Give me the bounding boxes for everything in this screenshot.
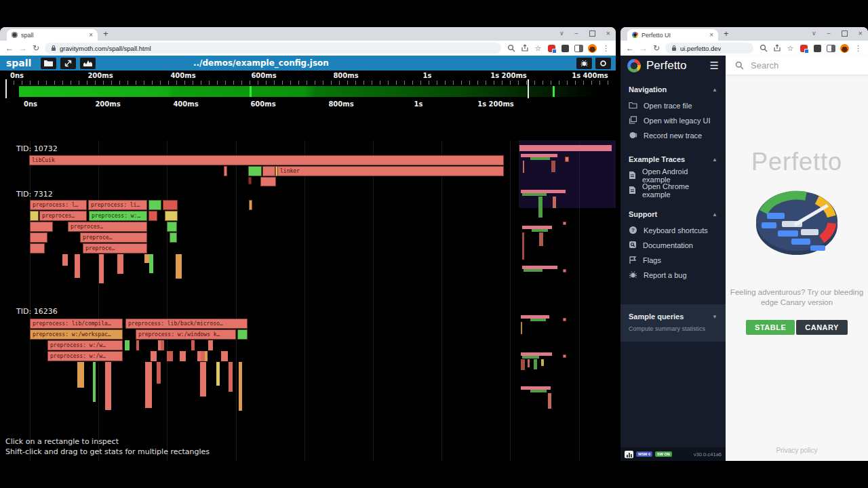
mini-span-bar[interactable]	[519, 145, 612, 151]
search-bar[interactable]: Search	[726, 56, 868, 75]
flame-bar[interactable]	[239, 362, 242, 411]
open-file-button[interactable]	[41, 58, 56, 69]
flame-bar[interactable]	[30, 211, 39, 221]
close-button[interactable]: ×	[859, 29, 863, 37]
flame-bar[interactable]	[149, 211, 157, 221]
flame-bar[interactable]: preprocess: w:/w…	[47, 351, 123, 361]
flame-bar[interactable]	[229, 362, 233, 392]
flame-bar[interactable]	[151, 351, 157, 361]
flame-bar[interactable]	[248, 177, 252, 184]
flame-bar[interactable]	[523, 161, 524, 173]
flame-bar[interactable]	[563, 318, 566, 321]
flame-bar[interactable]: preprocess: l…	[30, 200, 87, 210]
timeline-minimap[interactable]: 0ns200ms400ms600ms800ms1s1s 200ms1s 400m…	[0, 70, 616, 98]
flame-bar[interactable]	[260, 177, 276, 186]
flame-bar[interactable]	[522, 232, 524, 260]
tab-close-icon[interactable]: ×	[89, 32, 93, 39]
flame-bar[interactable]	[105, 362, 111, 410]
flame-bar[interactable]	[149, 200, 161, 210]
flame-bar[interactable]	[541, 359, 544, 366]
flame-bar[interactable]	[528, 359, 530, 367]
reload-icon[interactable]: ↻	[653, 44, 660, 52]
back-icon[interactable]: ←	[626, 44, 634, 52]
flame-bar[interactable]	[191, 340, 195, 350]
extension-dark-icon[interactable]	[561, 44, 570, 53]
flame-bar[interactable]: preprocess: lib/back/microso…	[125, 319, 248, 329]
stats-button[interactable]	[80, 58, 96, 69]
flame-bar[interactable]	[99, 254, 104, 283]
reload-icon[interactable]: ↻	[33, 44, 39, 52]
browser-tab-perfetto[interactable]: Perfetto UI ×	[627, 29, 718, 41]
flame-bar[interactable]	[167, 351, 173, 361]
flame-bar[interactable]	[77, 362, 84, 388]
bookmark-star-icon[interactable]: ☆	[534, 44, 542, 53]
bookmark-star-icon[interactable]: ☆	[786, 44, 795, 53]
flame-bar[interactable]	[145, 362, 152, 408]
minimap-cursor-line[interactable]	[5, 79, 7, 99]
flame-bar[interactable]	[117, 254, 123, 274]
flame-bar[interactable]	[565, 157, 569, 162]
sidebar-section-title[interactable]: Support▲	[629, 210, 717, 218]
flame-bar[interactable]	[144, 254, 149, 263]
flame-bar[interactable]	[521, 322, 522, 334]
sidebar-item-flags[interactable]: Flags	[629, 253, 717, 268]
sidebar-item-open-with-legacy-ui[interactable]: Open with legacy UI	[629, 113, 717, 128]
flame-bar[interactable]	[62, 254, 68, 266]
flame-bar[interactable]	[176, 254, 182, 279]
new-tab-button[interactable]: +	[103, 28, 108, 39]
flame-bar[interactable]: preproces…	[39, 211, 87, 221]
stable-button[interactable]: STABLE	[746, 320, 795, 335]
flame-bar[interactable]	[563, 354, 566, 358]
sidebar-item-keyboard-shortcuts[interactable]: ?Keyboard shortcuts	[629, 223, 717, 238]
flame-bar[interactable]: preprocess: w:/workspac…	[30, 329, 123, 340]
address-bar[interactable]: gravitymoth.com/spall/spall.html	[45, 43, 501, 54]
flame-bar[interactable]	[208, 340, 213, 350]
flame-bar[interactable]	[161, 340, 164, 350]
flame-bar[interactable]	[30, 232, 47, 243]
settings-button[interactable]	[595, 58, 611, 69]
flame-bar[interactable]	[200, 362, 206, 396]
zoom-icon[interactable]	[507, 44, 515, 53]
extension-red-icon[interactable]	[547, 44, 556, 53]
metrics-icon[interactable]	[625, 451, 633, 458]
flame-bar[interactable]	[165, 211, 178, 221]
flame-bar[interactable]: preproce…	[80, 232, 147, 243]
sidebar-section-title[interactable]: Example Traces▲	[629, 155, 717, 163]
canary-button[interactable]: CANARY	[796, 320, 848, 335]
browser-menu-icon[interactable]: ⋮	[601, 44, 610, 53]
close-button[interactable]: ×	[606, 29, 610, 37]
flame-bar[interactable]	[30, 243, 45, 253]
flame-bar[interactable]	[93, 362, 96, 402]
new-tab-button[interactable]: +	[724, 28, 729, 39]
zoom-icon[interactable]	[759, 44, 768, 53]
minimize-button[interactable]: –	[827, 30, 831, 37]
forward-icon[interactable]: →	[639, 44, 648, 52]
flame-bar[interactable]	[538, 197, 542, 218]
sidebar-section-title[interactable]: Navigation▲	[629, 85, 717, 94]
flame-bar[interactable]	[534, 359, 537, 369]
sidebar-item-report-a-bug[interactable]: Report a bug	[629, 268, 717, 283]
flame-bar[interactable]	[136, 340, 139, 350]
share-icon[interactable]	[520, 44, 529, 53]
flame-bar[interactable]	[521, 359, 525, 370]
flame-bar[interactable]	[237, 329, 248, 340]
sidebar-item-open-trace-file[interactable]: Open trace file	[629, 98, 717, 113]
flame-bar[interactable]	[30, 222, 53, 232]
flame-bar[interactable]	[224, 166, 227, 176]
side-panel-icon[interactable]	[574, 44, 583, 53]
flame-bar[interactable]	[125, 340, 130, 350]
browser-menu-icon[interactable]: ⋮	[854, 44, 863, 53]
browser-tab-spall[interactable]: spall ×	[7, 29, 98, 41]
flame-bar[interactable]: preproce…	[83, 243, 147, 253]
measure-button[interactable]	[60, 58, 76, 69]
tab-search-icon[interactable]: ∨	[559, 30, 564, 37]
flame-bar[interactable]: preprocess: w:/windows k…	[136, 329, 236, 340]
profile-avatar[interactable]	[840, 44, 849, 53]
sidebar-item-open-android-example[interactable]: Open Android example	[629, 168, 717, 183]
side-panel-icon[interactable]	[827, 44, 835, 53]
flame-bar[interactable]: libCuik	[29, 155, 504, 165]
flame-bar[interactable]	[157, 362, 161, 384]
flame-bar[interactable]	[163, 200, 178, 210]
flame-bar[interactable]	[180, 351, 186, 361]
flame-bar[interactable]	[149, 254, 153, 273]
